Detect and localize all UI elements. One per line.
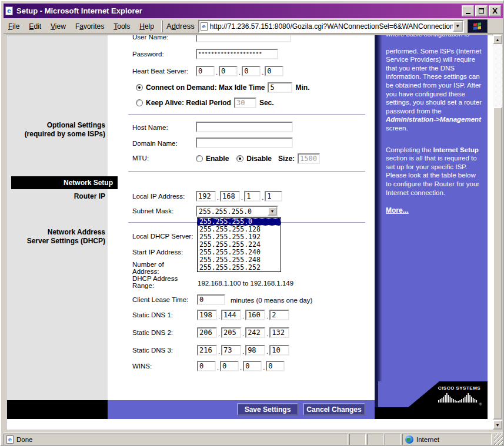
menu-view[interactable]: View	[46, 21, 71, 32]
menu-favorites[interactable]: Favorites	[71, 21, 109, 32]
separator	[128, 114, 365, 115]
dns3-octet-4[interactable]	[269, 345, 289, 356]
scrollbar-thumb[interactable]	[493, 107, 502, 420]
mtu-disable-radio[interactable]	[236, 155, 243, 162]
dns1-octet-1[interactable]	[197, 310, 217, 320]
wins-octet-2[interactable]	[220, 361, 239, 371]
heart-beat-octet-3[interactable]	[242, 66, 261, 76]
cisco-bridge-icon	[437, 391, 479, 404]
dns1-octet-4[interactable]	[269, 310, 289, 320]
host-name-field[interactable]	[196, 122, 293, 132]
dns3-group: ...	[197, 345, 289, 356]
section-network-setup: Network Setup	[11, 176, 118, 189]
dns2-label: Static DNS 2:	[132, 329, 173, 336]
sec-suffix: Sec.	[259, 99, 274, 107]
local-ip-octet-4[interactable]	[265, 191, 282, 202]
save-settings-button[interactable]: Save Settings	[237, 403, 298, 415]
subnet-mask-combobox[interactable]: 255.255.255.0 ▼	[196, 206, 278, 217]
dns3-octet-3[interactable]	[245, 345, 265, 356]
dns3-label: Static DNS 3:	[132, 347, 173, 354]
dhcp-range-label: DHCP Address Range:	[132, 275, 178, 289]
dhcp-range-value: 192.168.1.100 to 192.168.1.149	[198, 280, 293, 287]
redial-period-field[interactable]	[234, 98, 256, 108]
wins-octet-1[interactable]	[197, 361, 216, 371]
heart-beat-octet-4[interactable]	[265, 66, 283, 76]
domain-name-label: Domain Name:	[132, 140, 178, 147]
mtu-label: MTU:	[132, 155, 149, 162]
status-pane	[349, 434, 366, 445]
section-router-ip: Router IP	[6, 192, 106, 201]
help-paragraph-1: performed. Some ISPs (Internet Service P…	[386, 47, 482, 133]
lease-time-suffix: minutes (0 means one day)	[231, 297, 312, 304]
dns2-octet-4[interactable]	[269, 327, 289, 338]
purple-wedge	[375, 381, 439, 407]
mtu-enable-radio[interactable]	[196, 155, 203, 162]
menu-help[interactable]: Help	[135, 21, 159, 32]
number-of-address-label: Number of Address:	[132, 261, 164, 275]
help-clipped-line: where basic configuration is	[386, 35, 482, 39]
dns3-octet-2[interactable]	[221, 345, 241, 356]
scroll-down-button[interactable]: ▼	[493, 420, 502, 430]
more-link[interactable]: More...	[386, 206, 409, 215]
dns2-octet-1[interactable]	[197, 327, 217, 338]
lease-time-field[interactable]	[197, 294, 225, 305]
chevron-down-icon: ▼	[271, 209, 275, 213]
minimize-icon	[466, 13, 470, 14]
maximize-icon	[479, 8, 484, 14]
cancel-changes-button[interactable]: Cancel Changes	[303, 403, 365, 415]
dns1-octet-2[interactable]	[221, 310, 241, 320]
heart-beat-ip-group: ...	[196, 66, 283, 76]
subnet-mask-label: Subnet Mask:	[132, 207, 173, 214]
local-ip-group: ...	[196, 191, 282, 202]
password-field[interactable]	[196, 49, 278, 59]
dns3-octet-1[interactable]	[197, 345, 217, 356]
local-ip-octet-2[interactable]	[220, 191, 240, 202]
status-message: Done	[16, 436, 33, 443]
window-title: Setup - Microsoft Internet Explorer	[16, 6, 142, 15]
heart-beat-octet-2[interactable]	[219, 66, 238, 76]
combo-dropdown-button[interactable]: ▼	[268, 207, 277, 216]
max-idle-time-field[interactable]	[268, 82, 292, 93]
cisco-footer-box: Cisco Systems ®	[375, 381, 488, 419]
menu-edit[interactable]: Edit	[24, 21, 46, 32]
address-dropdown-button[interactable]: ▼	[453, 21, 463, 32]
connect-on-demand-radio[interactable]	[136, 84, 143, 91]
lease-time-label: Client Lease Time:	[132, 296, 188, 303]
local-ip-octet-1[interactable]	[196, 191, 216, 202]
wins-octet-4[interactable]	[266, 361, 285, 371]
status-pane	[367, 434, 383, 445]
dns2-octet-2[interactable]	[221, 327, 241, 338]
address-bar[interactable]: e http://71.236.57.151:8080/Gozila.cgi?W…	[198, 20, 464, 33]
page-icon: e	[201, 22, 208, 31]
dhcp-server-label: Local DHCP Server:	[132, 233, 193, 240]
address-url[interactable]: http://71.236.57.151:8080/Gozila.cgi?WAN…	[210, 22, 453, 31]
menu-tools[interactable]: Tools	[109, 21, 135, 32]
dns1-label: Static DNS 1:	[132, 311, 173, 318]
wins-group: ...	[197, 361, 285, 371]
menu-file[interactable]: File	[4, 21, 24, 32]
heart-beat-octet-1[interactable]	[196, 66, 215, 76]
minimize-button[interactable]	[462, 5, 474, 16]
domain-name-field[interactable]	[196, 138, 293, 148]
user-name-field[interactable]	[196, 35, 291, 42]
arrow-up-icon: ▲	[496, 38, 500, 42]
min-suffix: Min.	[295, 83, 309, 92]
maximize-button[interactable]	[475, 5, 488, 16]
wins-octet-3[interactable]	[243, 361, 262, 371]
left-sidebar	[7, 35, 108, 400]
local-ip-octet-3[interactable]	[244, 191, 261, 202]
dns1-octet-3[interactable]	[245, 310, 265, 320]
toolbar-divider	[161, 21, 163, 32]
resize-grip[interactable]	[494, 434, 503, 445]
vertical-scrollbar[interactable]: ▲ ▼	[493, 35, 502, 430]
keep-alive-radio[interactable]	[136, 99, 143, 106]
mtu-size-field[interactable]	[298, 153, 320, 164]
close-button[interactable]: X	[489, 5, 501, 16]
scroll-up-button[interactable]: ▲	[493, 35, 502, 44]
wins-label: WINS:	[132, 363, 152, 370]
dns2-octet-3[interactable]	[245, 327, 265, 338]
subnet-option[interactable]: 255.255.255.252	[198, 264, 281, 271]
keep-alive-label: Keep Alive: Redial Period	[146, 99, 231, 107]
password-label: Password:	[132, 51, 164, 58]
section-optional-settings: Optional Settings (required by some ISPs…	[6, 121, 106, 139]
